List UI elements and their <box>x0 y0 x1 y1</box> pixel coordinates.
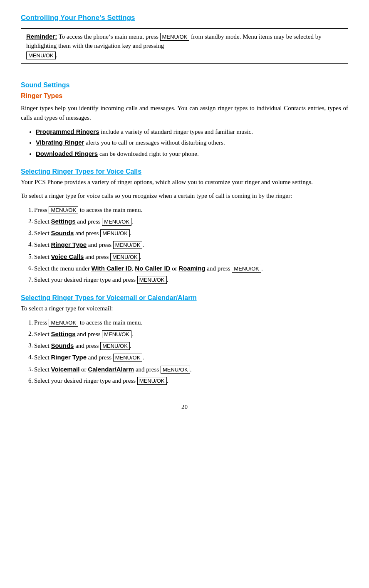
list-item: Downloaded Ringers can be downloaded rig… <box>36 149 348 159</box>
bullet-bold-3: Downloaded Ringers <box>36 150 98 157</box>
step-num: 2. <box>21 329 34 339</box>
list-item: Programmed Ringers include a variety of … <box>36 127 348 137</box>
bold-sounds: Sounds <box>51 229 74 236</box>
step-num: 3. <box>21 341 34 351</box>
bold-ringer-type: Ringer Type <box>51 241 87 248</box>
menu-key: MENU/OK <box>100 229 130 237</box>
menu-key: MENU/OK <box>232 265 261 273</box>
menu-key: MENU/OK <box>113 354 143 362</box>
bullet-bold-2: Vibrating Ringer <box>36 139 84 146</box>
step-content: Select the menu under With Caller ID, No… <box>34 263 348 273</box>
bold-with-caller-id: With Caller ID <box>91 265 131 272</box>
bold-settings: Settings <box>51 330 75 337</box>
list-item: 4. Select Ringer Type and press MENU/OK. <box>21 352 348 362</box>
step-content: Select Settings and press MENU/OK. <box>34 217 348 226</box>
step-content: Select Ringer Type and press MENU/OK. <box>34 240 348 250</box>
step-content: Select Ringer Type and press MENU/OK. <box>34 352 348 362</box>
selecting-voicemail-intro: To select a ringer type for voicemail: <box>21 304 348 313</box>
bold-calendar-alarm: Calendar/Alarm <box>88 366 134 373</box>
bold-no-caller-id: No Caller ID <box>135 265 170 272</box>
page-title: Controlling Your Phone’s Settings <box>21 12 348 23</box>
menu-key: MENU/OK <box>49 206 78 214</box>
step-content: Select your desired ringer type and pres… <box>34 376 348 386</box>
step-num: 7. <box>21 275 34 285</box>
list-item: 2. Select Settings and press MENU/OK. <box>21 217 348 226</box>
selecting-voice-instructions: To select a ringer type for voice calls … <box>21 191 348 201</box>
menu-key: MENU/OK <box>110 253 140 261</box>
step-num: 6. <box>21 263 34 273</box>
menu-key: MENU/OK <box>161 366 190 374</box>
list-item: 2. Select Settings and press MENU/OK. <box>21 329 348 339</box>
bold-settings: Settings <box>51 218 75 225</box>
reminder-period: . <box>56 52 57 59</box>
menu-key: MENU/OK <box>137 377 167 385</box>
step-content: Select Voice Calls and press MENU/OK. <box>34 252 348 262</box>
bold-voice-calls: Voice Calls <box>51 253 84 260</box>
bold-voicemail: Voicemail <box>51 366 79 373</box>
step-num: 1. <box>21 205 34 215</box>
menu-key-1: MENU/OK <box>160 33 190 41</box>
step-num: 4. <box>21 240 34 250</box>
step-content: Press MENU/OK to access the main menu. <box>34 205 348 215</box>
list-item: 6. Select your desired ringer type and p… <box>21 376 348 386</box>
list-item: 5. Select Voice Calls and press MENU/OK. <box>21 252 348 262</box>
step-num: 5. <box>21 364 34 374</box>
list-item: 1. Press MENU/OK to access the main menu… <box>21 318 348 327</box>
voicemail-steps-list: 1. Press MENU/OK to access the main menu… <box>21 318 348 386</box>
sound-settings-heading: Sound Settings <box>21 80 348 90</box>
list-item: Vibrating Ringer alerts you to call or m… <box>36 138 348 148</box>
step-content: Select Sounds and press MENU/OK. <box>34 341 348 351</box>
bullet-bold-1: Programmed Ringers <box>36 128 99 135</box>
ringer-types-heading: Ringer Types <box>21 91 348 101</box>
step-num: 6. <box>21 376 34 386</box>
list-item: 1. Press MENU/OK to access the main menu… <box>21 205 348 215</box>
step-num: 3. <box>21 228 34 238</box>
step-num: 1. <box>21 318 34 327</box>
menu-key: MENU/OK <box>100 342 130 350</box>
step-num: 4. <box>21 352 34 362</box>
menu-key: MENU/OK <box>102 330 131 338</box>
selecting-voicemail-heading: Selecting Ringer Types for Voicemail or … <box>21 293 348 303</box>
reminder-label: Reminder: <box>26 33 57 40</box>
list-item: 3. Select Sounds and press MENU/OK. <box>21 341 348 351</box>
ringer-intro: Ringer types help you identify incoming … <box>21 103 348 123</box>
step-content: Select Sounds and press MENU/OK. <box>34 228 348 238</box>
bold-roaming: Roaming <box>178 265 205 272</box>
step-content: Select your desired ringer type and pres… <box>34 275 348 285</box>
reminder-text-content1: To access the phone‘s main menu, press <box>59 33 158 40</box>
page-number: 20 <box>21 402 348 412</box>
bullet-text-2: alerts you to call or messages without d… <box>84 139 225 146</box>
step-num: 2. <box>21 217 34 226</box>
bold-sounds: Sounds <box>51 342 74 349</box>
list-item: 6. Select the menu under With Caller ID,… <box>21 263 348 273</box>
step-content: Select Voicemail or Calendar/Alarm and p… <box>34 364 348 374</box>
menu-key: MENU/OK <box>49 319 78 327</box>
bullet-text-3: can be downloaded right to your phone. <box>98 150 198 157</box>
menu-key-2: MENU/OK <box>26 52 56 59</box>
ringer-bullet-list: Programmed Ringers include a variety of … <box>21 127 348 159</box>
reminder-box: Reminder: To access the phone‘s main men… <box>21 28 348 64</box>
step-content: Press MENU/OK to access the main menu. <box>34 318 348 327</box>
step-content: Select Settings and press MENU/OK. <box>34 329 348 339</box>
selecting-voice-heading: Selecting Ringer Types for Voice Calls <box>21 167 348 177</box>
menu-key: MENU/OK <box>113 241 143 249</box>
menu-key: MENU/OK <box>102 218 131 226</box>
step-num: 5. <box>21 252 34 262</box>
list-item: 5. Select Voicemail or Calendar/Alarm an… <box>21 364 348 374</box>
bold-ringer-type: Ringer Type <box>51 354 87 361</box>
bullet-text-1: include a variety of standard ringer typ… <box>99 128 253 135</box>
selecting-voice-intro: Your PCS Phone provides a variety of rin… <box>21 177 348 187</box>
voice-steps-list: 1. Press MENU/OK to access the main menu… <box>21 205 348 285</box>
list-item: 4. Select Ringer Type and press MENU/OK. <box>21 240 348 250</box>
list-item: 3. Select Sounds and press MENU/OK. <box>21 228 348 238</box>
list-item: 7. Select your desired ringer type and p… <box>21 275 348 285</box>
menu-key: MENU/OK <box>137 276 167 284</box>
